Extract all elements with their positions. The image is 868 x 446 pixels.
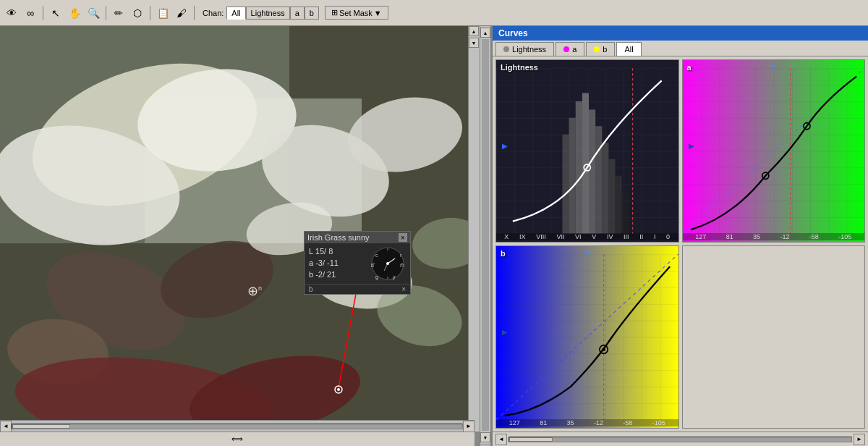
lightness-curve-svg — [496, 60, 678, 242]
tool-copy[interactable]: 📋 — [154, 4, 171, 22]
curves-panel: Curves Lightness a b All Lightness — [491, 26, 868, 446]
probe-b-value: -2/ 21 — [315, 270, 336, 279]
set-mask-arrow: ▼ — [374, 9, 382, 17]
svg-rect-25 — [602, 143, 608, 234]
probe-close-button[interactable]: × — [399, 233, 407, 242]
probe-l: L 15/ 8 — [309, 245, 364, 257]
set-mask-button[interactable]: ⊞ Set Mask ▼ — [325, 6, 388, 20]
probe-b-label: b — [309, 270, 313, 279]
probe-a-value: -3/ -11 — [315, 258, 339, 267]
curves-scroll-right[interactable]: ► — [854, 434, 865, 445]
separator-2 — [106, 6, 106, 20]
svg-point-12 — [386, 262, 389, 265]
svg-rect-23 — [589, 109, 595, 233]
svg-rect-26 — [608, 159, 615, 234]
probe-b: b -2/ 21 — [309, 269, 364, 280]
probe-values: L 15/ 8 a -3/ -11 b -2/ 21 — [309, 245, 364, 282]
probe-title: Irish Grass sunny — [307, 233, 370, 242]
hscroll-track[interactable] — [12, 424, 463, 429]
image-panel[interactable]: ⊕n Irish Grass sunny × L 15/ 8 — [0, 26, 480, 446]
hscroll-left[interactable]: ◄ — [0, 421, 12, 432]
curves-content: Lightness ▶ — [493, 56, 868, 432]
svg-text:y: y — [393, 274, 396, 280]
tool-hand[interactable]: ✋ — [66, 4, 83, 22]
tool-zoom[interactable]: 🔍 — [85, 4, 102, 22]
probe-clock: r m y g b c — [370, 245, 406, 282]
probe-close-row: × — [401, 285, 406, 293]
hscroll-thumb[interactable] — [12, 424, 70, 429]
b-tab-dot — [594, 46, 600, 52]
all-tab-label: All — [624, 45, 633, 54]
svg-rect-21 — [576, 101, 582, 234]
svg-rect-24 — [595, 126, 602, 234]
curves-bottom-bar: ◄ ► — [493, 432, 868, 446]
separator-4 — [194, 6, 195, 20]
a-curve-box[interactable]: a ▼ ▶ 12 — [682, 59, 865, 243]
svg-rect-19 — [562, 135, 569, 234]
lightness-tab-label: Lightness — [512, 45, 546, 54]
hscroll-right[interactable]: ► — [463, 421, 475, 432]
curve-tab-a[interactable]: a — [556, 42, 584, 56]
svg-rect-28 — [622, 193, 629, 234]
svg-rect-22 — [582, 93, 589, 233]
curves-scroll-left[interactable]: ◄ — [495, 434, 507, 445]
chan-tab-lightness[interactable]: Lightness — [246, 7, 290, 20]
probe-a: a -3/ -11 — [309, 257, 364, 269]
b-curve-box[interactable]: b ▼ ▶ 127 — [495, 245, 678, 429]
chan-tab-a[interactable]: a — [290, 7, 305, 20]
tool-select[interactable]: ↖ — [47, 4, 64, 22]
a-numbers: 127 81 35 -12 -58 -105 — [683, 233, 864, 240]
probe-bottom: b × — [305, 284, 410, 294]
panel-vscrollbar[interactable]: ▲ ▼ — [480, 26, 491, 446]
chan-tab-all[interactable]: All — [226, 7, 245, 20]
vscroll-down[interactable]: ▼ — [469, 38, 479, 48]
curves-hscroll-thumb[interactable] — [509, 437, 553, 442]
separator-3 — [150, 6, 150, 20]
curves-hscroll-track[interactable] — [509, 437, 852, 442]
separator-1 — [43, 6, 43, 20]
toolbar: 👁 ∞ ↖ ✋ 🔍 ✏ ⬡ 📋 🖌 Chan: All Lightness a … — [0, 0, 868, 26]
curve-tab-lightness[interactable]: Lightness — [495, 42, 554, 56]
curves-title: Curves — [493, 26, 868, 41]
svg-point-39 — [602, 348, 605, 351]
probe-a-label: a — [309, 258, 313, 267]
panel-scroll-down[interactable]: ▼ — [480, 432, 490, 442]
move-icon: ⟺ — [231, 434, 243, 444]
b-tab-label: b — [603, 45, 607, 54]
probe-l-value: 15/ 8 — [315, 247, 333, 256]
tool-eye[interactable]: 👁 — [3, 4, 20, 22]
panel-scroll-track[interactable] — [482, 39, 489, 431]
curve-tab-all[interactable]: All — [616, 42, 641, 56]
vscroll-up[interactable]: ▲ — [469, 26, 479, 36]
svg-text:g: g — [375, 274, 378, 280]
curve-tab-b[interactable]: b — [586, 42, 615, 56]
separator-h — [480, 445, 490, 445]
panel-scroll-up[interactable]: ▲ — [480, 28, 490, 38]
empty-curve-cell — [682, 245, 865, 429]
image-hscrollbar[interactable]: ◄ ► — [0, 420, 475, 432]
probe-close-x[interactable]: × — [401, 285, 406, 293]
svg-text:c: c — [375, 253, 378, 258]
probe-title-bar: Irish Grass sunny × — [305, 232, 410, 243]
probe-content: L 15/ 8 a -3/ -11 b -2/ 21 — [305, 243, 410, 284]
image-bottom-bar: ⟺ — [0, 432, 475, 446]
tool-link[interactable]: ∞ — [22, 4, 39, 22]
curves-tabs: Lightness a b All — [493, 41, 868, 56]
image-vscrollbar[interactable]: ▲ ▼ — [468, 26, 480, 432]
a-tab-label: a — [572, 45, 576, 54]
tool-shape[interactable]: ⬡ — [129, 4, 146, 22]
lightness-curve-box[interactable]: Lightness ▶ — [495, 59, 678, 243]
chan-tabs: All Lightness a b — [226, 7, 319, 20]
probe-l-label: L — [309, 247, 313, 256]
chan-tab-b[interactable]: b — [305, 7, 319, 20]
tool-pen[interactable]: ✏ — [110, 4, 127, 22]
set-mask-icon: ⊞ — [331, 8, 338, 17]
lightness-tab-dot — [503, 46, 509, 52]
chan-label: Chan: — [203, 9, 224, 17]
a-curve-svg — [683, 60, 864, 242]
a-tab-dot — [563, 46, 569, 52]
probe-b-row: b — [309, 285, 401, 293]
probe-dialog: Irish Grass sunny × L 15/ 8 a -3/ -11 b — [304, 231, 411, 295]
b-curve-svg — [496, 246, 678, 428]
tool-paint[interactable]: 🖌 — [173, 4, 190, 22]
